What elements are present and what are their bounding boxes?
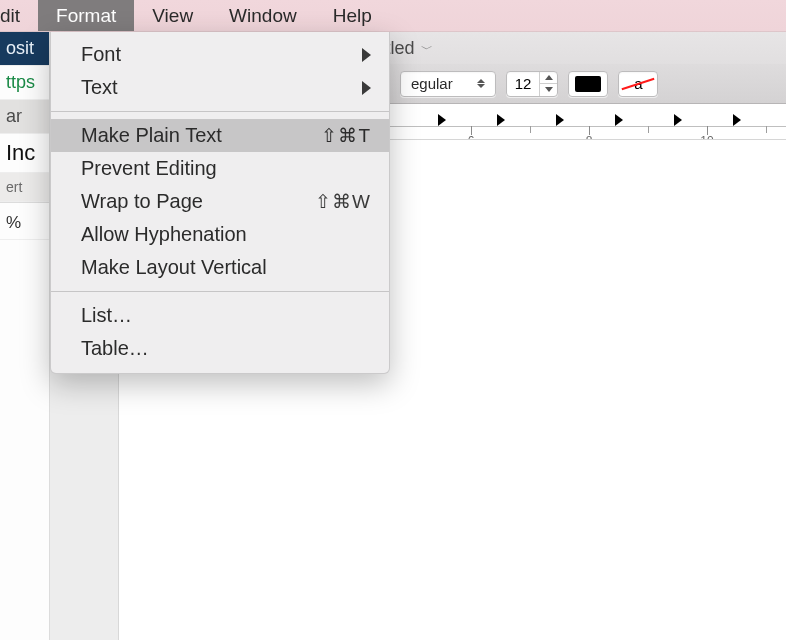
menu-item-label: Font (81, 43, 362, 66)
menu-separator (51, 111, 389, 112)
menu-item-font[interactable]: Font (51, 38, 389, 71)
font-style-select[interactable]: egular (400, 71, 496, 97)
bg-fragment: ar (0, 100, 49, 134)
stepper-down[interactable] (540, 84, 557, 96)
menu-item-list[interactable]: List… (51, 299, 389, 332)
font-size-stepper[interactable]: 12 (506, 71, 559, 97)
menu-item-label: List… (81, 304, 371, 327)
tab-stop-icon[interactable] (556, 114, 564, 126)
menu-view[interactable]: View (134, 0, 211, 31)
bg-fragment: ert (0, 173, 49, 202)
menu-item-label: Allow Hyphenation (81, 223, 371, 246)
menu-item-label: Table… (81, 337, 371, 360)
menu-item-allow-hyphenation[interactable]: Allow Hyphenation (51, 218, 389, 251)
format-menu-dropdown: Font Text Make Plain Text ⇧⌘T Prevent Ed… (50, 32, 390, 374)
menu-help[interactable]: Help (315, 0, 390, 31)
tab-stop-icon[interactable] (733, 114, 741, 126)
text-color-button[interactable] (568, 71, 608, 97)
bg-fragment: osit (0, 32, 49, 66)
submenu-arrow-icon (362, 48, 371, 62)
menu-item-make-plain-text[interactable]: Make Plain Text ⇧⌘T (51, 119, 389, 152)
chevron-down-icon[interactable]: ﹀ (421, 41, 433, 58)
bg-fragment: ttps (0, 66, 49, 100)
background-app-strip: osit ttps ar Inc ert % (0, 32, 50, 640)
menu-item-make-layout-vertical[interactable]: Make Layout Vertical (51, 251, 389, 284)
menu-item-shortcut: ⇧⌘W (315, 190, 371, 213)
menu-item-shortcut: ⇧⌘T (321, 124, 371, 147)
menu-edit[interactable]: dit (0, 0, 38, 31)
color-swatch (575, 76, 601, 92)
bg-fragment: Inc (0, 134, 49, 173)
bg-fragment: % (0, 202, 49, 240)
menu-separator (51, 291, 389, 292)
menu-item-wrap-to-page[interactable]: Wrap to Page ⇧⌘W (51, 185, 389, 218)
menu-item-table[interactable]: Table… (51, 332, 389, 365)
stepper-caret-icon (477, 79, 485, 88)
font-style-value: egular (411, 75, 453, 92)
menu-item-label: Make Layout Vertical (81, 256, 371, 279)
font-size-stepper-buttons[interactable] (539, 72, 557, 96)
font-size-value: 12 (507, 75, 540, 92)
menu-item-text[interactable]: Text (51, 71, 389, 104)
tab-stop-icon[interactable] (615, 114, 623, 126)
menu-bar[interactable]: dit Format View Window Help (0, 0, 786, 32)
menu-item-prevent-editing[interactable]: Prevent Editing (51, 152, 389, 185)
tab-stop-icon[interactable] (674, 114, 682, 126)
menu-format[interactable]: Format (38, 0, 134, 31)
menu-window[interactable]: Window (211, 0, 315, 31)
menu-item-label: Make Plain Text (81, 124, 321, 147)
highlight-color-button[interactable]: a (618, 71, 658, 97)
tab-stop-icon[interactable] (438, 114, 446, 126)
stepper-up[interactable] (540, 72, 557, 85)
menu-item-label: Wrap to Page (81, 190, 315, 213)
menu-item-label: Prevent Editing (81, 157, 371, 180)
menu-item-label: Text (81, 76, 362, 99)
submenu-arrow-icon (362, 81, 371, 95)
tab-stop-icon[interactable] (497, 114, 505, 126)
